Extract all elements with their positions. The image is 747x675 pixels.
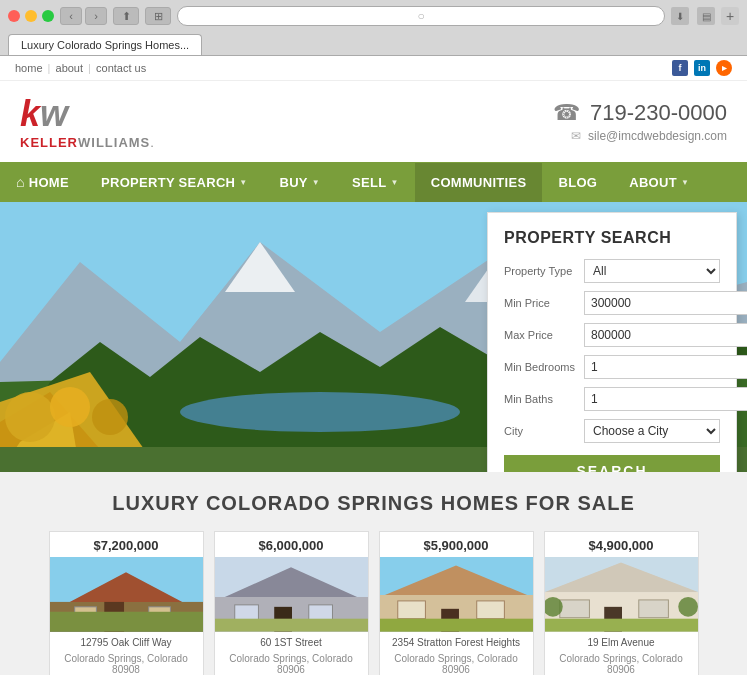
listing-card[interactable]: $5,900,000 2354 Stratton Forest Heights … (379, 531, 534, 675)
contact-link[interactable]: contact us (96, 62, 146, 74)
main-nav: ⌂ HOME PROPERTY SEARCH ▼ BUY ▼ SELL ▼ CO… (0, 162, 747, 202)
traffic-lights (8, 10, 54, 22)
svg-rect-27 (308, 605, 332, 621)
phone-number[interactable]: ☎ 719-230-0000 (553, 100, 727, 126)
max-price-row: Max Price (504, 323, 720, 347)
top-bar-links: home | about | contact us (15, 62, 146, 74)
svg-point-10 (5, 392, 55, 442)
facebook-icon[interactable]: f (672, 60, 688, 76)
logo[interactable]: k w KELLER WILLIAMS . (20, 93, 154, 150)
listings-section: LUXURY COLORADO SPRINGS HOMES FOR SALE $… (0, 472, 747, 675)
page-content: home | about | contact us f in ▸ k w KEL… (0, 56, 747, 675)
min-baths-input[interactable] (584, 387, 747, 411)
maximize-button[interactable] (42, 10, 54, 22)
browser-chrome: ‹ › ⬆ ⊞ ○ ⬇ ▤ + Luxury Colorado Springs … (0, 0, 747, 56)
listing-image (380, 557, 533, 632)
download-button[interactable]: ⬇ (671, 7, 689, 25)
listing-city: Colorado Springs, Colorado 80906 (380, 653, 533, 675)
dropdown-arrow: ▼ (391, 178, 399, 187)
svg-rect-42 (545, 619, 698, 632)
min-price-row: Min Price (504, 291, 720, 315)
listing-address: 12795 Oak Cliff Way (50, 632, 203, 653)
svg-rect-28 (215, 619, 368, 632)
listing-card[interactable]: $4,900,000 19 Elm Aven (544, 531, 699, 675)
listing-card[interactable]: $6,000,000 60 1ST Street Colorado Spring… (214, 531, 369, 675)
nav-item-communities[interactable]: COMMUNITIES (415, 163, 543, 202)
svg-rect-33 (397, 601, 425, 619)
dropdown-arrow: ▼ (239, 178, 247, 187)
city-select[interactable]: Choose a City Colorado Springs Denver Pu… (584, 419, 720, 443)
rss-icon[interactable]: ▸ (716, 60, 732, 76)
home-link[interactable]: home (15, 62, 43, 74)
listing-price: $4,900,000 (545, 532, 698, 557)
svg-rect-21 (50, 612, 203, 632)
listings-grid: $7,200,000 12795 Oak Cliff Way Colorado … (20, 531, 727, 675)
logo-dot: . (150, 135, 154, 150)
min-bedrooms-input[interactable] (584, 355, 747, 379)
nav-item-property-search[interactable]: PROPERTY SEARCH ▼ (85, 163, 264, 202)
svg-point-44 (678, 597, 698, 617)
new-tab-button[interactable]: + (721, 7, 739, 25)
listing-image (215, 557, 368, 632)
listing-city: Colorado Springs, Colorado 80906 (545, 653, 698, 675)
logo-k: k (20, 93, 40, 135)
url-bar[interactable]: ○ (177, 6, 665, 26)
logo-williams-text: WILLIAMS (78, 135, 150, 150)
svg-rect-41 (638, 600, 668, 618)
max-price-input[interactable] (584, 323, 747, 347)
min-baths-row: Min Baths (504, 387, 720, 411)
svg-rect-26 (234, 605, 258, 621)
dropdown-arrow: ▼ (681, 178, 689, 187)
property-search-panel: PROPERTY SEARCH Property Type All Reside… (487, 212, 737, 472)
listing-city: Colorado Springs, Colorado 80906 (215, 653, 368, 675)
city-label: City (504, 425, 584, 437)
browser-tab[interactable]: Luxury Colorado Springs Homes... (8, 34, 202, 55)
listing-price: $7,200,000 (50, 532, 203, 557)
min-price-input[interactable] (584, 291, 747, 315)
listing-card[interactable]: $7,200,000 12795 Oak Cliff Way Colorado … (49, 531, 204, 675)
search-button[interactable]: SEARCH (504, 455, 720, 472)
phone-icon: ☎ (553, 100, 580, 125)
listing-price: $6,000,000 (215, 532, 368, 557)
hero-section: PROPERTY SEARCH Property Type All Reside… (0, 202, 747, 472)
nav-item-buy[interactable]: BUY ▼ (263, 163, 336, 202)
property-type-select[interactable]: All Residential Commercial Land (584, 259, 720, 283)
top-bar: home | about | contact us f in ▸ (0, 56, 747, 81)
about-link[interactable]: about (56, 62, 84, 74)
nav-item-blog[interactable]: BLOG (542, 163, 613, 202)
listing-address: 19 Elm Avenue (545, 632, 698, 653)
site-header: k w KELLER WILLIAMS . ☎ 719-230-0000 ✉ s… (0, 81, 747, 162)
close-button[interactable] (8, 10, 20, 22)
nav-item-sell[interactable]: SELL ▼ (336, 163, 415, 202)
forward-button[interactable]: › (85, 7, 107, 25)
linkedin-icon[interactable]: in (694, 60, 710, 76)
email-icon: ✉ (571, 129, 581, 143)
listing-city: Colorado Springs, Colorado 80908 (50, 653, 203, 675)
email-address[interactable]: ✉ sile@imcdwebdesign.com (553, 129, 727, 143)
logo-w: w (40, 93, 68, 135)
sidebar-button[interactable]: ▤ (697, 7, 715, 25)
listing-image (545, 557, 698, 632)
nav-item-home[interactable]: ⌂ HOME (0, 162, 85, 202)
min-bedrooms-label: Min Bedrooms (504, 361, 584, 373)
minimize-button[interactable] (25, 10, 37, 22)
share-button[interactable]: ⬆ (113, 7, 139, 25)
search-panel-title: PROPERTY SEARCH (504, 229, 720, 247)
min-price-label: Min Price (504, 297, 584, 309)
svg-point-6 (180, 392, 460, 432)
grid-button[interactable]: ⊞ (145, 7, 171, 25)
svg-rect-40 (559, 600, 589, 618)
dropdown-arrow: ▼ (312, 178, 320, 187)
min-bedrooms-row: Min Bedrooms (504, 355, 720, 379)
max-price-label: Max Price (504, 329, 584, 341)
svg-rect-34 (476, 601, 504, 619)
listing-address: 60 1ST Street (215, 632, 368, 653)
svg-point-11 (50, 387, 90, 427)
property-type-row: Property Type All Residential Commercial… (504, 259, 720, 283)
social-icons: f in ▸ (672, 60, 732, 76)
svg-point-12 (92, 399, 128, 435)
back-button[interactable]: ‹ (60, 7, 82, 25)
header-contact: ☎ 719-230-0000 ✉ sile@imcdwebdesign.com (553, 100, 727, 143)
listing-image (50, 557, 203, 632)
nav-item-about[interactable]: ABOUT ▼ (613, 163, 705, 202)
